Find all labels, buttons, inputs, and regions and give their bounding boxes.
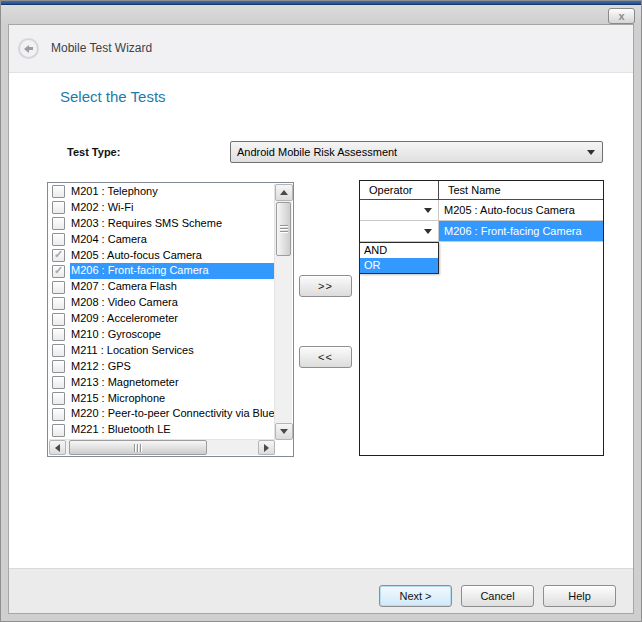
operator-combobox[interactable]	[360, 221, 439, 241]
list-item-label: M203 : Requires SMS Scheme	[70, 216, 274, 232]
scroll-right-button[interactable]	[258, 440, 275, 455]
test-type-select[interactable]: Android Mobile Risk Assessment	[230, 141, 603, 163]
list-item[interactable]: M203 : Requires SMS Scheme	[48, 216, 274, 232]
cancel-button[interactable]: Cancel	[461, 585, 534, 607]
checkbox[interactable]	[52, 392, 65, 405]
checkbox[interactable]	[52, 297, 65, 310]
vertical-scrollbar[interactable]	[274, 184, 292, 440]
list-item[interactable]: M215 : Microphone	[48, 391, 274, 407]
chevron-down-icon	[587, 150, 595, 155]
dropdown-option-and[interactable]: AND	[360, 243, 438, 258]
scroll-up-button[interactable]	[275, 184, 293, 201]
horizontal-scrollbar[interactable]	[49, 439, 275, 455]
titlebar: x	[1, 5, 642, 24]
remove-tests-button[interactable]: <<	[299, 346, 352, 368]
checkbox[interactable]	[52, 344, 65, 357]
operator-combobox[interactable]	[360, 200, 439, 220]
chevron-down-icon	[424, 229, 432, 234]
footer-bar: Next > Cancel Help	[9, 568, 633, 613]
table-row-selected[interactable]: M206 : Front-facing Camera	[360, 221, 603, 242]
list-item-label: M205 : Auto-focus Camera	[70, 248, 274, 264]
arrow-left-icon	[55, 444, 60, 452]
page-heading: Select the Tests	[60, 88, 166, 105]
grip-icon	[280, 225, 288, 233]
list-item[interactable]: M208 : Video Camera	[48, 295, 274, 311]
close-button[interactable]: x	[608, 8, 635, 24]
checkbox[interactable]	[52, 281, 65, 294]
list-item[interactable]: M212 : GPS	[48, 359, 274, 375]
list-item[interactable]: M209 : Accelerometer	[48, 311, 274, 327]
vertical-scroll-thumb[interactable]	[276, 202, 291, 256]
list-item[interactable]: M204 : Camera	[48, 232, 274, 248]
list-item[interactable]: M207 : Camera Flash	[48, 279, 274, 295]
selected-tests-table: Operator Test Name M205 : Auto-focus Cam…	[359, 180, 604, 456]
list-item[interactable]: M201 : Telephony	[48, 184, 274, 200]
list-item-label: M220 : Peer-to-peer Connectivity via Blu…	[70, 406, 274, 422]
list-item-label: M202 : Wi-Fi	[70, 200, 274, 216]
scroll-left-button[interactable]	[49, 440, 66, 455]
grip-icon	[134, 444, 143, 452]
checkbox-checked[interactable]	[52, 265, 65, 278]
list-item-selected[interactable]: M206 : Front-facing Camera	[48, 263, 274, 279]
table-row[interactable]: M205 : Auto-focus Camera	[360, 200, 603, 221]
list-item-label: M207 : Camera Flash	[70, 279, 274, 295]
next-button[interactable]: Next >	[379, 585, 452, 607]
checkbox[interactable]	[52, 360, 65, 373]
test-name-cell: M206 : Front-facing Camera	[439, 221, 603, 241]
checkbox[interactable]	[52, 233, 65, 246]
available-tests-listbox: M201 : Telephony M202 : Wi-Fi M203 : Req…	[47, 182, 294, 457]
arrow-down-icon	[280, 429, 288, 434]
list-item-label: M212 : GPS	[70, 359, 274, 375]
dropdown-option-or[interactable]: OR	[360, 258, 438, 273]
list-item[interactable]: M213 : Magnetometer	[48, 375, 274, 391]
test-name-column-header: Test Name	[439, 181, 603, 199]
operator-dropdown-list: AND OR	[359, 242, 439, 274]
arrow-up-icon	[280, 190, 288, 195]
operator-column-header: Operator	[360, 181, 439, 199]
list-item-label: M213 : Magnetometer	[70, 375, 274, 391]
checkbox[interactable]	[52, 376, 65, 389]
mobile-test-wizard-window: x Mobile Test Wizard Select the Tests Te…	[0, 0, 642, 622]
list-item-label: M206 : Front-facing Camera	[70, 263, 274, 279]
close-icon: x	[618, 11, 624, 22]
list-item[interactable]: M205 : Auto-focus Camera	[48, 248, 274, 264]
wizard-title: Mobile Test Wizard	[51, 41, 152, 55]
table-header: Operator Test Name	[360, 181, 603, 200]
back-button[interactable]	[18, 38, 39, 59]
list-item-label: M215 : Microphone	[70, 391, 274, 407]
list-item-label: M209 : Accelerometer	[70, 311, 274, 327]
test-type-label: Test Type:	[67, 146, 120, 158]
chevron-down-icon	[424, 208, 432, 213]
list-item[interactable]: M202 : Wi-Fi	[48, 200, 274, 216]
checkbox[interactable]	[52, 408, 65, 421]
list-item[interactable]: M210 : Gyroscope	[48, 327, 274, 343]
list-item-label: M208 : Video Camera	[70, 295, 274, 311]
list-item[interactable]: M221 : Bluetooth LE	[48, 422, 274, 438]
test-name-cell: M205 : Auto-focus Camera	[439, 200, 603, 220]
checkbox-checked[interactable]	[52, 249, 65, 262]
list-item-label: M211 : Location Services	[70, 343, 274, 359]
checkbox[interactable]	[52, 201, 65, 214]
list-item-label: M204 : Camera	[70, 232, 274, 248]
list-item[interactable]: M211 : Location Services	[48, 343, 274, 359]
checkbox[interactable]	[52, 424, 65, 437]
back-arrow-icon-tail	[28, 47, 33, 50]
horizontal-scroll-thumb[interactable]	[69, 440, 207, 455]
wizard-header: Mobile Test Wizard	[9, 25, 633, 73]
list-item-label: M201 : Telephony	[70, 184, 274, 200]
scroll-down-button[interactable]	[275, 423, 293, 440]
list-item-label: M210 : Gyroscope	[70, 327, 274, 343]
help-button[interactable]: Help	[543, 585, 616, 607]
list-item-label: M221 : Bluetooth LE	[70, 422, 274, 438]
wizard-panel: Mobile Test Wizard Select the Tests Test…	[8, 24, 634, 614]
test-type-value: Android Mobile Risk Assessment	[237, 146, 397, 158]
checkbox[interactable]	[52, 313, 65, 326]
available-tests-rows: M201 : Telephony M202 : Wi-Fi M203 : Req…	[48, 184, 274, 439]
checkbox[interactable]	[52, 185, 65, 198]
checkbox[interactable]	[52, 217, 65, 230]
list-item[interactable]: M220 : Peer-to-peer Connectivity via Blu…	[48, 406, 274, 422]
checkbox[interactable]	[52, 328, 65, 341]
add-tests-button[interactable]: >>	[299, 275, 352, 297]
arrow-right-icon	[264, 444, 269, 452]
